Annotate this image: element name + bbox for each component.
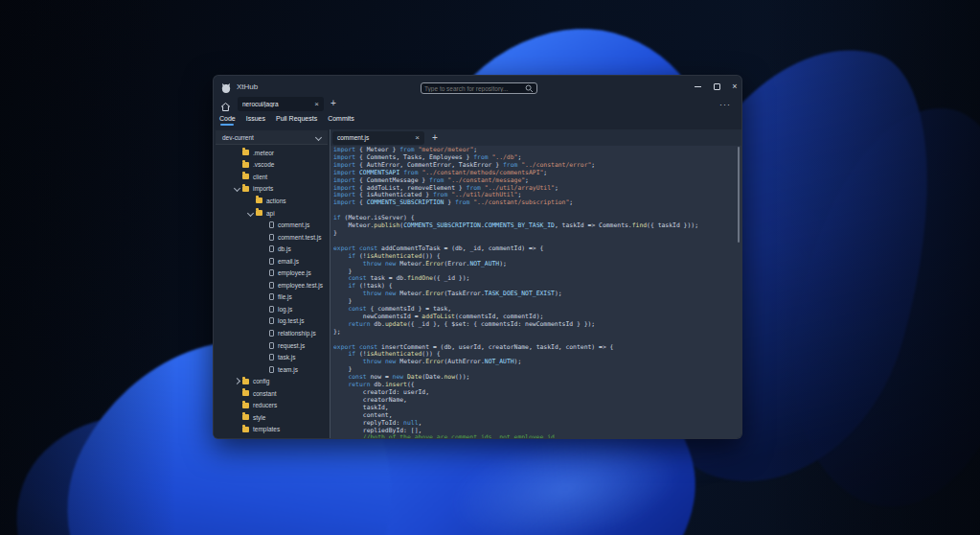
tree-item-label: log.js xyxy=(278,306,292,313)
code-line: const task = db.findOne({ _id }); xyxy=(333,275,736,283)
code-line: taskId, xyxy=(333,405,736,412)
folder-icon xyxy=(242,414,249,420)
tree-item-constant[interactable]: constant xyxy=(214,387,330,400)
repository-search[interactable] xyxy=(421,82,537,94)
desktop-wallpaper: XtHub × nerocui/jagra × xyxy=(0,0,980,535)
tree-item--vscode[interactable]: .vscode xyxy=(214,159,330,172)
tree-item-reducers[interactable]: reducers xyxy=(214,399,330,411)
folder-icon xyxy=(242,150,249,155)
tab-code[interactable]: Code xyxy=(219,115,236,126)
tree-item-file-js[interactable]: file.js xyxy=(214,291,330,304)
tree-item-label: imports xyxy=(253,185,273,192)
editor-tab-close-icon[interactable]: × xyxy=(415,134,420,142)
tree-item-request-js[interactable]: request.js xyxy=(214,339,330,352)
file-icon xyxy=(269,234,274,241)
file-icon xyxy=(269,330,274,337)
tree-item-label: employee.js xyxy=(278,269,311,276)
folder-icon xyxy=(242,186,249,192)
repo-tab-row: nerocui/jagra × + ··· xyxy=(214,97,741,113)
home-icon[interactable] xyxy=(220,99,231,116)
chevron-down-icon xyxy=(315,133,322,140)
tree-item-label: email.js xyxy=(278,258,299,265)
tree-item-employee-test-js[interactable]: employee.test.js xyxy=(214,279,330,291)
tree-item-templates[interactable]: templates xyxy=(214,424,330,436)
close-button[interactable]: × xyxy=(728,80,741,93)
editor-scrollbar[interactable] xyxy=(738,147,740,243)
code-editor-panel: comment.js × + import { Meteor } from "m… xyxy=(330,129,741,438)
tree-item-team-js[interactable]: team.js xyxy=(214,363,330,376)
tree-item-relationship-js[interactable]: relationship.js xyxy=(214,327,330,339)
chevron-slot xyxy=(231,379,242,384)
code-line: }; xyxy=(333,329,736,337)
file-icon xyxy=(269,282,274,289)
file-icon xyxy=(269,354,274,361)
folder-icon xyxy=(256,210,262,216)
tree-item-label: comment.test.js xyxy=(278,234,322,241)
maximize-button[interactable] xyxy=(710,80,723,93)
folder-icon xyxy=(256,198,262,203)
code-line: throw new Meteor.Error(AuthError.NOT_AUT… xyxy=(333,359,736,366)
tree-item-label: relationship.js xyxy=(278,330,316,337)
tree-item-label: file.js xyxy=(278,293,292,300)
tree-item-log-test-js[interactable]: log.test.js xyxy=(214,315,330,328)
tree-item-actions[interactable]: actions xyxy=(214,195,330,207)
tree-item-comment-test-js[interactable]: comment.test.js xyxy=(214,231,330,244)
app-title: XtHub xyxy=(237,82,258,91)
tree-item-email-js[interactable]: email.js xyxy=(214,255,330,268)
tree-item-label: constant xyxy=(253,390,277,397)
tab-commits[interactable]: Commits xyxy=(328,115,354,126)
code-line: creatorName, xyxy=(333,397,736,405)
editor-tab[interactable]: comment.js × xyxy=(332,131,424,145)
code-line: Meteor.publish(COMMENTS_SUBSCRIPTION.COM… xyxy=(333,222,736,230)
file-icon xyxy=(269,306,274,313)
tree-item-comment-js[interactable]: comment.js xyxy=(214,219,330,231)
tree-item-log-js[interactable]: log.js xyxy=(214,303,330,315)
branch-selector[interactable]: dev-current xyxy=(216,130,328,145)
file-icon xyxy=(269,366,274,373)
chevron-down-icon[interactable] xyxy=(246,209,253,216)
repo-nav-tabs: CodeIssuesPull RequestsCommits xyxy=(219,115,354,126)
repo-tab-label: nerocui/jagra xyxy=(242,101,314,107)
tree-item-client[interactable]: client xyxy=(214,171,330,183)
titlebar[interactable]: XtHub × xyxy=(214,76,741,97)
repo-tab-close-icon[interactable]: × xyxy=(314,101,319,108)
add-repo-tab-button[interactable]: + xyxy=(330,99,336,108)
file-tree-panel: dev-current .meteor.vscodeclientimportsa… xyxy=(214,129,330,438)
tree-item-imports[interactable]: imports xyxy=(214,183,330,196)
folder-icon xyxy=(242,379,249,384)
tree-item-db-js[interactable]: db.js xyxy=(214,243,330,255)
folder-icon xyxy=(242,162,249,168)
content-area: dev-current .meteor.vscodeclientimportsa… xyxy=(214,129,741,438)
chevron-down-icon[interactable] xyxy=(233,185,239,192)
code-line: import { COMMENTS_SUBSCRIPTION } from ".… xyxy=(333,199,736,207)
tree-item-label: style xyxy=(253,414,265,421)
code-line: throw new Meteor.Error(Error.NOT_AUTH); xyxy=(333,261,736,268)
file-icon xyxy=(269,269,274,276)
minimize-button[interactable] xyxy=(691,80,704,93)
add-editor-tab-button[interactable]: + xyxy=(432,133,438,143)
tree-item-task-js[interactable]: task.js xyxy=(214,351,330,363)
more-options-button[interactable]: ··· xyxy=(719,100,731,109)
chevron-right-icon[interactable] xyxy=(233,378,239,384)
code-line: throw new Meteor.Error(TaskError.TASK_DO… xyxy=(333,291,736,298)
tree-item-label: actions xyxy=(266,198,286,204)
tree-item-label: db.js xyxy=(278,245,291,252)
tree-item-config[interactable]: config xyxy=(214,375,330,387)
tab-pull-requests[interactable]: Pull Requests xyxy=(276,115,317,126)
tree-item-api[interactable]: api xyxy=(214,207,330,220)
repo-tab[interactable]: nerocui/jagra × xyxy=(238,97,324,111)
code-editor[interactable]: import { Meteor } from "meteor/meteor";i… xyxy=(333,147,736,438)
tab-issues[interactable]: Issues xyxy=(246,115,265,126)
tree-item-label: .vscode xyxy=(253,161,274,168)
editor-tab-bar: comment.js × + xyxy=(330,129,741,146)
file-icon xyxy=(269,258,274,265)
chevron-slot xyxy=(231,186,242,191)
folder-icon xyxy=(242,174,249,179)
code-line: } xyxy=(333,230,736,238)
tree-item-label: reducers xyxy=(253,402,277,408)
tree-item-employee-js[interactable]: employee.js xyxy=(214,267,330,279)
tree-item-style[interactable]: style xyxy=(214,411,330,424)
chevron-slot xyxy=(244,211,256,216)
search-input[interactable] xyxy=(422,85,525,92)
tree-item--meteor[interactable]: .meteor xyxy=(214,147,330,159)
